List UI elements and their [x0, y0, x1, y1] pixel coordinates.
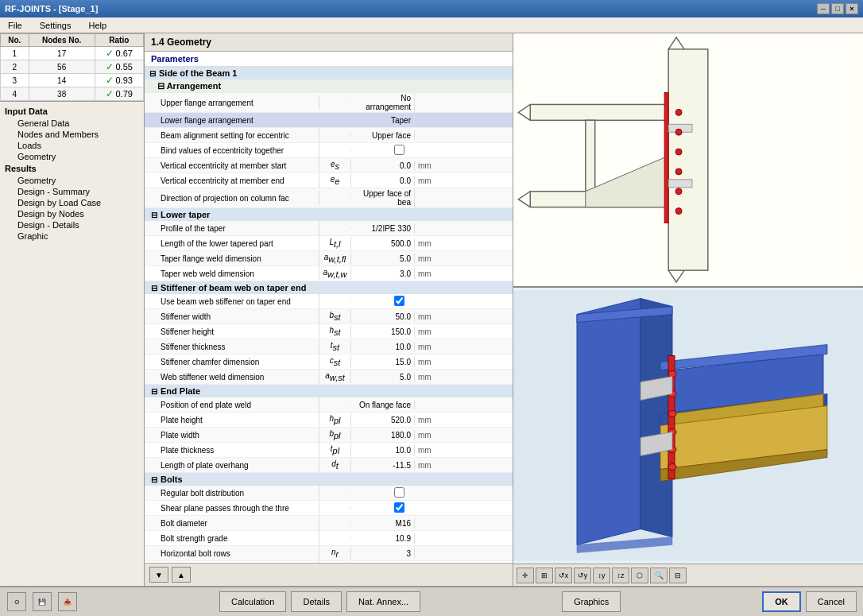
tool-fit[interactable]: ⊞ — [536, 568, 553, 583]
prop-end-plate-weld-pos[interactable]: Position of end plate weld On flange fac… — [145, 397, 513, 413]
prop-stiffener-chamfer[interactable]: Stiffener chamfer dimension cst 15.0 mm — [145, 354, 513, 370]
prop-plate-height[interactable]: Plate height hpl 520.0 mm — [145, 413, 513, 428]
table-row[interactable]: 4 38 ✓ 0.79 — [1, 87, 144, 101]
maximize-button[interactable]: □ — [831, 3, 844, 14]
menu-settings[interactable]: Settings — [35, 19, 76, 32]
bottom-icon-1[interactable]: ⊙ — [7, 592, 26, 611]
col-ratio: Ratio — [95, 34, 143, 47]
menu-help[interactable]: Help — [83, 19, 111, 32]
properties-area[interactable]: ⊟ Side of the Beam 1 ⊟ Arrangement Upper… — [145, 67, 513, 563]
section-lower-taper: ⊟ Lower taper — [145, 208, 513, 221]
tool-cross[interactable]: ✛ — [517, 568, 534, 583]
details-button[interactable]: Details — [291, 591, 342, 612]
calculation-button[interactable]: Calculation — [219, 591, 286, 612]
prop-horiz-bolt-rows[interactable]: Horizontal bolt rows nr 3 — [145, 546, 513, 561]
drawing-2d-svg — [513, 33, 863, 286]
table-row[interactable]: 3 14 ✓ 0.93 — [1, 74, 144, 87]
panel-title: 1.4 Geometry — [145, 33, 513, 52]
tool-zoom[interactable]: 🔍 — [650, 568, 668, 583]
tool-copy[interactable]: ⊟ — [669, 568, 687, 583]
checkbox-regular-bolt[interactable] — [394, 487, 404, 498]
sidebar-item-design-details[interactable]: Design - Details — [3, 219, 141, 231]
prop-stiffener-width[interactable]: Stiffener width bst 50.0 mm — [145, 309, 513, 324]
tool-view-y[interactable]: ↕y — [593, 568, 610, 583]
prop-length-lower-taper[interactable]: Length of the lower tapered part Lt,l 50… — [145, 236, 513, 251]
tool-iso[interactable]: ⬡ — [631, 568, 648, 583]
sidebar-item-design-nodes[interactable]: Design by Nodes — [3, 208, 141, 219]
tool-rotate-y[interactable]: ↺y — [574, 568, 591, 583]
svg-marker-16 — [577, 299, 640, 545]
svg-point-10 — [675, 129, 682, 135]
sidebar-item-design-load-case[interactable]: Design by Load Case — [3, 197, 141, 208]
svg-rect-1 — [668, 49, 708, 270]
svg-point-12 — [675, 169, 682, 175]
results-header: Results — [3, 162, 141, 175]
sidebar-item-nodes-members[interactable]: Nodes and Members — [3, 129, 141, 140]
render-3d-svg — [513, 288, 863, 564]
prop-lower-flange[interactable]: Lower flange arrangement Taper — [145, 113, 513, 128]
bottom-icon-save[interactable]: 💾 — [33, 592, 52, 611]
prop-bolt-grade[interactable]: Bolt strength grade 10.9 — [145, 531, 513, 546]
menu-bar: File Settings Help — [0, 17, 863, 33]
view-toolbar: ✛ ⊞ ↺x ↺y ↕y ↕z ⬡ 🔍 ⊟ — [513, 564, 863, 586]
prop-vert-ecc-end[interactable]: Vertical eccentricity at member end ee 0… — [145, 173, 513, 188]
nav-down-button[interactable]: ▼ — [149, 567, 168, 583]
prop-use-stiffener[interactable]: Use beam web stiffener on taper end — [145, 294, 513, 309]
prop-direction-projection[interactable]: Direction of projection on column fac Up… — [145, 188, 513, 208]
prop-taper-web-weld[interactable]: Taper web weld dimension aw,t,w 3.0 mm — [145, 266, 513, 281]
left-panel: No. Nodes No. Ratio 1 17 ✓ 0.67 2 56 ✓ 0… — [0, 33, 145, 586]
prop-web-stiffener-weld[interactable]: Web stiffener weld dimension aw,st 5.0 m… — [145, 370, 513, 385]
sidebar-item-geometry-results[interactable]: Geometry — [3, 175, 141, 186]
sidebar-item-geometry-input[interactable]: Geometry — [3, 151, 141, 162]
prop-upper-flange[interactable]: Upper flange arrangement No arrangement — [145, 93, 513, 113]
graphics-button[interactable]: Graphics — [562, 591, 621, 612]
checkbox-use-stiffener[interactable] — [394, 296, 404, 306]
sidebar-item-design-summary[interactable]: Design - Summary — [3, 186, 141, 197]
toggle-lower-taper[interactable]: ⊟ — [151, 211, 157, 219]
prop-profile-taper[interactable]: Profile of the taper 1/2IPE 330 — [145, 221, 513, 236]
sidebar-item-graphic[interactable]: Graphic — [3, 231, 141, 242]
prop-plate-thickness[interactable]: Plate thickness tpl 10.0 mm — [145, 443, 513, 458]
svg-point-31 — [668, 464, 676, 471]
close-button[interactable]: × — [846, 3, 858, 14]
prop-bind-eccentricity[interactable]: Bind values of eccentricity together — [145, 143, 513, 158]
window-title: RF-JOINTS - [Stage_1] — [5, 4, 98, 14]
cancel-button[interactable]: Cancel — [806, 591, 857, 612]
checkbox-bind-eccentricity[interactable] — [394, 145, 404, 155]
prop-stiffener-height[interactable]: Stiffener height hst 150.0 mm — [145, 324, 513, 339]
view-2d — [513, 33, 863, 288]
table-row[interactable]: 2 56 ✓ 0.55 — [1, 60, 144, 74]
svg-point-14 — [675, 208, 682, 215]
section-side-beam1: ⊟ Side of the Beam 1 — [145, 67, 513, 79]
sidebar-item-loads[interactable]: Loads — [3, 140, 141, 151]
nat-annex-button[interactable]: Nat. Annex... — [346, 591, 420, 612]
prop-plate-width[interactable]: Plate width bpl 180.0 mm — [145, 428, 513, 443]
prop-shear-plane[interactable]: Shear plane passes through the thre — [145, 501, 513, 516]
ok-button[interactable]: OK — [762, 591, 801, 612]
table-row[interactable]: 1 17 ✓ 0.67 — [1, 47, 144, 60]
col-no: No. — [1, 34, 29, 47]
prop-bolt-diameter[interactable]: Bolt diameter M16 — [145, 516, 513, 531]
toggle-stiffener-taper[interactable]: ⊟ — [151, 284, 157, 293]
svg-point-9 — [675, 109, 682, 115]
checkbox-shear-plane[interactable] — [394, 502, 404, 513]
toggle-end-plate[interactable]: ⊟ — [151, 387, 157, 396]
minimize-button[interactable]: ─ — [817, 3, 830, 14]
prop-taper-flange-weld[interactable]: Taper flange weld dimension aw,t,fl 5.0 … — [145, 251, 513, 266]
bottom-icon-export[interactable]: 📤 — [58, 592, 77, 611]
sidebar-item-general-data[interactable]: General Data — [3, 118, 141, 129]
menu-file[interactable]: File — [3, 19, 27, 32]
prop-regular-bolt[interactable]: Regular bolt distribution — [145, 486, 513, 501]
section-bolts: ⊟ Bolts — [145, 473, 513, 486]
tool-rotate-x[interactable]: ↺x — [555, 568, 572, 583]
prop-plate-overhang[interactable]: Length of plate overhang dt -11.5 mm — [145, 458, 513, 473]
prop-stiffener-thickness[interactable]: Stiffener thickness tst 10.0 mm — [145, 339, 513, 354]
prop-vert-ecc-start[interactable]: Vertical eccentricity at member start es… — [145, 158, 513, 173]
nav-up-button[interactable]: ▲ — [172, 567, 191, 583]
tool-view-z[interactable]: ↕z — [612, 568, 629, 583]
toggle-bolts[interactable]: ⊟ — [151, 475, 157, 484]
svg-point-11 — [675, 149, 682, 155]
prop-beam-alignment[interactable]: Beam alignment setting for eccentric Upp… — [145, 128, 513, 143]
node-table: No. Nodes No. Ratio 1 17 ✓ 0.67 2 56 ✓ 0… — [0, 33, 144, 102]
toggle-side-beam1[interactable]: ⊟ — [149, 69, 156, 78]
